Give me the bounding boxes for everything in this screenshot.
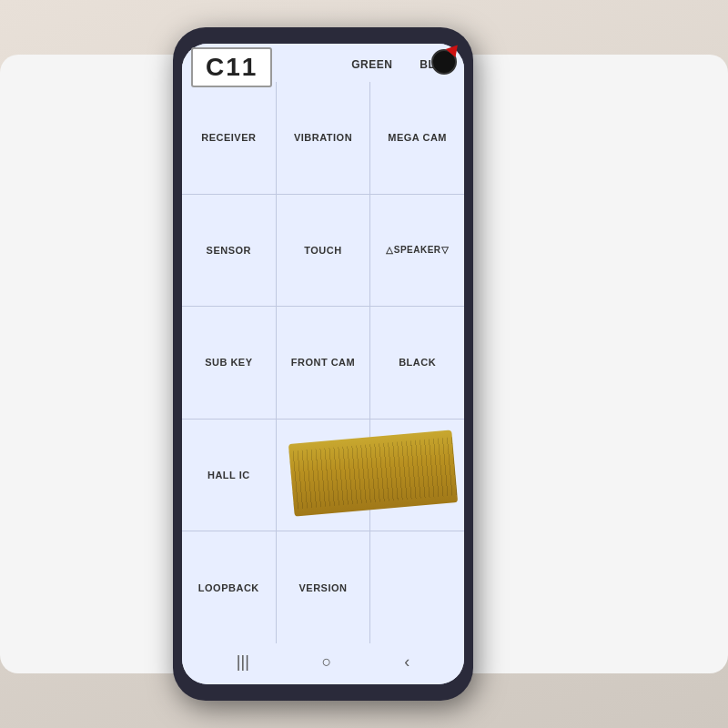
label-sticker: C11: [191, 47, 272, 87]
scene: C11 GREEN BLUE RECEIVER VIBRATION MEGA C…: [0, 0, 728, 728]
nav-bar: ||| ○ ‹: [182, 643, 464, 684]
label-green: GREEN: [351, 58, 392, 71]
btn-version[interactable]: VERSION: [277, 531, 370, 643]
btn-sensor[interactable]: SENSOR: [182, 195, 276, 307]
empty-cell: [370, 531, 464, 643]
phone-body: C11 GREEN BLUE RECEIVER VIBRATION MEGA C…: [173, 27, 473, 701]
btn-vibration[interactable]: VIBRATION: [277, 82, 370, 194]
camera-dot: [431, 49, 457, 75]
main-button-grid: RECEIVER VIBRATION MEGA CAM SENSOR TOUCH…: [182, 82, 464, 643]
nav-recent-icon[interactable]: ‹: [404, 652, 410, 672]
btn-mega-cam[interactable]: MEGA CAM: [370, 82, 464, 194]
btn-receiver[interactable]: RECEIVER: [182, 82, 276, 194]
phone-screen: GREEN BLUE RECEIVER VIBRATION MEGA CAM S…: [182, 44, 464, 684]
btn-loopback[interactable]: LOOPBACK: [182, 531, 276, 643]
nav-back-icon[interactable]: |||: [237, 652, 249, 672]
sticker-text: C11: [206, 53, 258, 81]
btn-sub-key[interactable]: SUB KEY: [182, 307, 276, 419]
btn-black[interactable]: BLACK: [370, 307, 464, 419]
btn-speaker[interactable]: △SPEAKER▽: [370, 195, 464, 307]
btn-hall-ic[interactable]: HALL IC: [182, 420, 276, 531]
nav-home-icon[interactable]: ○: [322, 652, 332, 672]
flex-cable: [288, 430, 458, 516]
btn-touch[interactable]: TOUCH: [277, 195, 370, 307]
btn-front-cam[interactable]: FRONT CAM: [277, 307, 370, 419]
